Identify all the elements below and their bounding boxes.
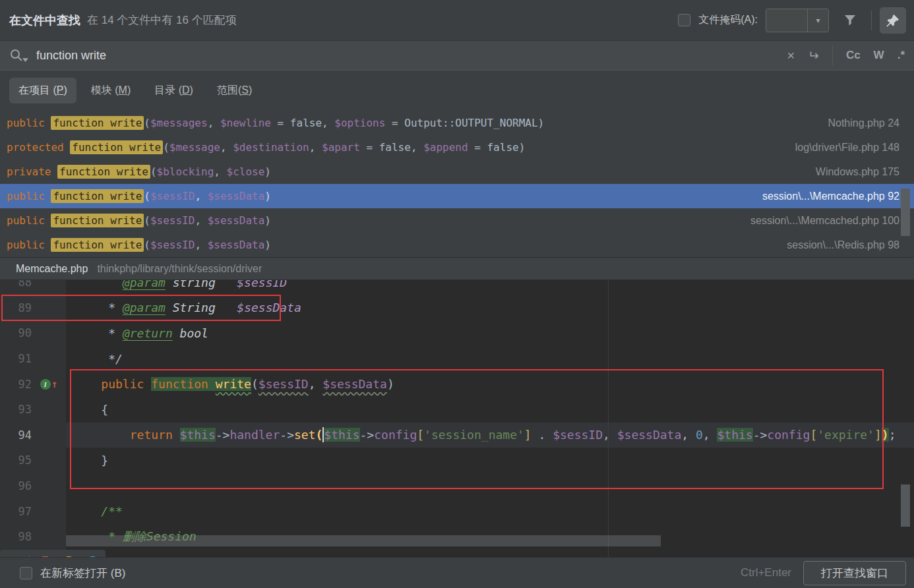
editor-gutter: 91 [0,346,66,372]
code-line-text: * @param String $sessData [66,295,914,321]
editor-gutter: 89 [0,295,66,321]
implements-gutter-icon[interactable]: I↑ [32,379,66,390]
code-line[interactable]: 88 @param string $sessID [0,280,914,295]
search-separator [832,45,833,65]
line-number: 98 [0,530,32,543]
code-line[interactable]: 94 return $this->handler->set($this->con… [0,423,914,448]
filter-button[interactable] [837,7,863,34]
dialog-footer: 在新标签打开 (B) Ctrl+Enter 打开查找窗口 [0,557,914,588]
line-number: 88 [0,280,32,289]
editor-vertical-scrollbar[interactable] [901,485,910,527]
scope-tabs: 在项目 (P)模块 (M)目录 (D)范围(S) [0,71,914,111]
editor-gutter: 88 [0,280,66,295]
dialog-title: 在文件中查找 [9,13,80,28]
code-line-text: { [66,397,914,423]
scope-tab[interactable]: 在项目 (P) [9,78,76,103]
file-mask-value[interactable] [766,9,807,32]
result-row[interactable]: public function write($sessID, $sessData… [0,233,914,257]
editor-gutter: 97 [0,498,66,524]
preview-header: Memcache.php thinkphp/library/think/sess… [0,257,914,280]
combo-dropdown-icon[interactable]: ▾ [807,9,828,32]
result-row[interactable]: protected function write($message, $dest… [0,135,914,160]
search-icon[interactable] [9,48,28,63]
code-line-text: @param string $sessID [66,280,914,295]
search-bar: × ↵ Cc W .* [0,41,914,71]
result-row[interactable]: public function write($messages, $newlin… [0,111,914,135]
header-separator [871,11,872,30]
results-list: public function write($messages, $newlin… [0,111,914,257]
shortcut-hint: Ctrl+Enter [741,566,791,579]
line-number: 95 [0,454,32,467]
result-file-ref: session\...\Memcached.php 100 [750,215,914,227]
line-number: 91 [0,352,32,365]
code-line[interactable]: 96 [0,473,914,499]
result-code: public function write($sessID, $sessData… [7,214,271,227]
line-number: 89 [0,301,32,314]
results-scrollbar[interactable] [901,189,910,236]
dialog-header: 在文件中查找 在 14 个文件中有 16 个匹配项 文件掩码(A): ▾ [0,0,914,41]
file-mask-label: 文件掩码(A): [698,13,758,27]
code-line[interactable]: 90 * @return bool [0,320,914,346]
result-code: protected function write($message, $dest… [7,141,525,154]
code-line[interactable]: 93 { [0,397,914,423]
code-preview-editor: 88 @param string $sessID89 * @param Stri… [0,280,914,557]
find-in-files-dialog: { "header": { "title": "在文件中查找", "summar… [0,0,914,588]
right-margin-guide [608,280,609,557]
file-mask-combobox[interactable]: ▾ [766,9,829,32]
code-line[interactable]: 89 * @param String $sessData [0,295,914,321]
scope-tab[interactable]: 模块 (M) [82,78,140,103]
open-in-new-tab-checkbox[interactable] [20,567,32,579]
editor-gutter: 92I↑ [0,371,66,397]
code-line-text: return $this->handler->set($this->config… [66,423,914,448]
funnel-icon [842,13,858,28]
editor-horizontal-scrollbar[interactable] [66,535,661,546]
file-mask-checkbox[interactable] [678,14,690,26]
code-line[interactable]: 91 */ [0,346,914,372]
pin-button[interactable] [880,7,906,34]
result-row[interactable]: private function write($blocking, $close… [0,160,914,184]
code-line[interactable]: 95 } [0,448,914,473]
match-summary: 在 14 个文件中有 16 个匹配项 [87,13,237,28]
open-find-window-button[interactable]: 打开查找窗口 [803,561,906,585]
scope-tab[interactable]: 范围(S) [208,78,261,103]
result-file-ref: log\driver\File.php 148 [795,142,914,154]
code-line-text: public function write($sessID, $sessData… [66,371,914,397]
result-file-ref: Windows.php 175 [816,166,914,178]
scope-tab[interactable]: 目录 (D) [145,78,202,103]
line-number: 94 [0,428,32,442]
code-line-text: /** [66,498,914,524]
clear-search-icon[interactable]: × [787,48,795,63]
code-line-text: */ [66,346,914,372]
line-number: 92 [0,378,32,391]
result-code: public function write($sessID, $sessData… [7,239,271,251]
match-case-toggle[interactable]: Cc [846,49,861,62]
regex-toggle[interactable]: .* [898,49,905,62]
result-file-ref: session\...\Redis.php 98 [787,239,914,251]
editor-lines: 88 @param string $sessID89 * @param Stri… [0,280,914,550]
line-number: 93 [0,403,32,416]
editor-gutter: 90 [0,320,66,346]
pushpin-icon [885,13,901,28]
code-line-text [66,473,914,499]
result-code: public function write($messages, $newlin… [7,117,544,129]
result-file-ref: Nothing.php 24 [828,117,914,129]
editor-gutter: 95 [0,448,66,473]
editor-gutter: 96 [0,473,66,499]
code-line[interactable]: 92I↑ public function write($sessID, $ses… [0,371,914,397]
line-number: 90 [0,326,32,339]
code-line-text: } [66,448,914,473]
result-code: private function write($blocking, $close… [7,165,271,178]
preview-file-path: thinkphp/library/think/session/driver [97,263,262,275]
code-line[interactable]: 97 /** [0,498,914,524]
insert-newline-icon[interactable]: ↵ [808,47,819,63]
line-number: 96 [0,479,32,492]
line-number: 97 [0,505,32,518]
editor-floating-toolbar [0,550,106,557]
result-code: public function write($sessID, $sessData… [7,190,271,202]
editor-gutter: 94 [0,423,66,448]
result-row[interactable]: public function write($sessID, $sessData… [0,184,914,208]
search-input[interactable] [36,49,498,63]
result-row[interactable]: public function write($sessID, $sessData… [0,208,914,233]
editor-gutter: 93 [0,397,66,423]
whole-words-toggle[interactable]: W [874,49,884,62]
